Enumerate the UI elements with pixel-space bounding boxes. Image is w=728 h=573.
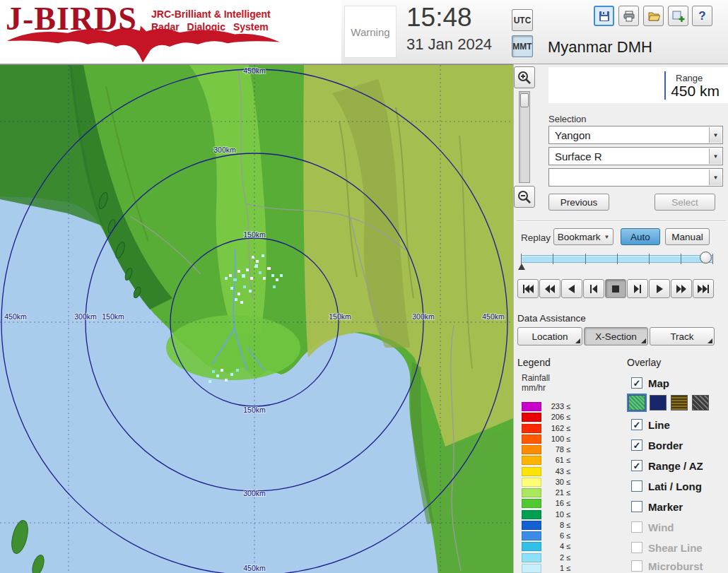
microburst-checkbox (631, 560, 642, 572)
xsection-button-label: X-Section (595, 331, 637, 342)
legend-lte: ≤ (566, 553, 570, 562)
open-folder-button[interactable] (643, 6, 664, 26)
legend-lte: ≤ (566, 542, 570, 550)
help-button[interactable]: ? (692, 6, 712, 26)
zoom-out-button[interactable] (514, 186, 535, 208)
play-forward-button[interactable] (649, 279, 670, 298)
legend-row: 1≤ (522, 563, 570, 573)
slider-tick (585, 254, 586, 264)
warning-indicator[interactable]: Warning (344, 6, 397, 58)
fast-rewind-icon (544, 284, 556, 294)
zoom-slider-thumb[interactable] (520, 93, 529, 107)
range-display: Range 450 km (548, 67, 728, 103)
chevron-down-icon[interactable]: ▼ (709, 170, 722, 185)
map-style-swatch-gray[interactable] (692, 395, 709, 410)
product-dropdown[interactable]: Surface R ▼ (548, 147, 723, 165)
overlay-item-map[interactable]: Map (631, 376, 669, 390)
xsection-button[interactable]: X-Section (584, 327, 648, 345)
legend-row: 4≤ (522, 541, 570, 551)
range-ring-label: 300km (74, 312, 97, 321)
save-icon (598, 10, 611, 23)
range-ring-label: 300km (213, 146, 236, 154)
step-back-button[interactable] (583, 279, 604, 298)
select-button[interactable]: Select (654, 194, 715, 211)
overlay-item-border[interactable]: Border (631, 438, 683, 452)
corner-handle-icon (575, 338, 580, 343)
legend-row: 8≤ (522, 520, 570, 530)
step-back-icon (587, 284, 600, 294)
export-button[interactable] (668, 6, 688, 26)
overlay-item-label: Line (648, 419, 670, 431)
chevron-down-icon[interactable]: ▼ (709, 127, 722, 143)
warning-label: Warning (351, 26, 389, 38)
corner-handle-icon (641, 338, 646, 343)
legend-value: 16 (541, 499, 564, 507)
legend-value: 6 (541, 531, 564, 540)
print-button[interactable] (618, 6, 639, 26)
legend-value: 4 (541, 542, 564, 550)
marker-checkbox[interactable] (631, 501, 642, 512)
map-style-swatch-olive[interactable] (671, 395, 688, 410)
location-button[interactable]: Location (517, 327, 582, 345)
legend-lte: ≤ (566, 521, 570, 529)
overlay-item-shear-line: Shear Line (631, 540, 703, 555)
legend-row: 6≤ (522, 531, 570, 540)
map-style-swatch-navy[interactable] (650, 395, 667, 410)
legend-lte: ≤ (566, 413, 570, 421)
print-icon (623, 10, 635, 23)
skip-to-start-button[interactable] (517, 279, 539, 298)
chevron-down-icon[interactable]: ▼ (709, 148, 722, 164)
zoom-in-button[interactable] (514, 66, 535, 88)
app-tagline-line2: Radar Dialogic System (151, 21, 269, 33)
range-ring-label: 450km (4, 312, 27, 321)
manual-button[interactable]: Manual (665, 228, 710, 245)
radar-map[interactable]: 450km 300km 150km 150km 300km 450km 450k… (0, 64, 513, 573)
map-checkbox[interactable] (631, 377, 642, 389)
legend-row: 43≤ (522, 466, 570, 476)
separator (517, 220, 726, 222)
line-checkbox[interactable] (631, 419, 642, 430)
legend-lte: ≤ (566, 564, 570, 572)
overlay-item-range-az[interactable]: Range / AZ (631, 459, 703, 473)
step-forward-button[interactable] (627, 279, 648, 298)
skip-to-end-button[interactable] (693, 279, 714, 298)
logo-area: J-BIRDS JRC-Brilliant & Intelligent Rada… (0, 0, 341, 64)
overlay-item-lati-long[interactable]: Lati / Long (631, 479, 702, 493)
export-icon (672, 10, 685, 23)
fast-rewind-button[interactable] (539, 279, 560, 298)
range-az-checkbox[interactable] (631, 460, 642, 471)
track-button-label: Track (670, 331, 693, 342)
legend-row: 162≤ (522, 423, 570, 433)
fast-forward-button[interactable] (671, 279, 692, 298)
legend-row: 233≤ (522, 401, 570, 411)
previous-button[interactable]: Previous (548, 194, 609, 211)
replay-slider-thumb[interactable] (700, 252, 712, 264)
overlay-item-line[interactable]: Line (631, 418, 670, 432)
shear-line-checkbox (631, 542, 642, 553)
utc-button[interactable]: UTC (512, 9, 533, 31)
lati-long-checkbox[interactable] (631, 480, 642, 492)
site-dropdown[interactable]: Yangon ▼ (548, 126, 723, 144)
extra-dropdown[interactable]: ▼ (548, 168, 723, 187)
play-reverse-button[interactable] (561, 279, 582, 298)
legend-row: 10≤ (522, 509, 570, 519)
overlay-item-microburst: Microburst (631, 559, 703, 573)
bookmark-button[interactable]: Bookmark ▼ (553, 228, 613, 245)
legend-color-swatch (522, 553, 541, 562)
mmt-button[interactable]: MMT (512, 35, 533, 57)
overlay-item-marker[interactable]: Marker (631, 500, 683, 514)
track-button[interactable]: Track (650, 327, 715, 345)
zoom-slider-track[interactable] (519, 91, 530, 183)
map-style-swatch-green[interactable] (628, 395, 645, 410)
overlay-item-label: Shear Line (648, 542, 703, 554)
auto-button[interactable]: Auto (621, 228, 660, 245)
save-button[interactable] (594, 6, 614, 26)
border-checkbox[interactable] (631, 439, 642, 451)
slider-tick (649, 254, 650, 264)
legend-row: 78≤ (522, 444, 570, 454)
overlay-item-label: Marker (648, 501, 683, 513)
stop-button[interactable] (605, 279, 626, 298)
overlay-label: Overlay (627, 357, 661, 368)
skip-to-end-icon (697, 284, 710, 294)
legend-lte: ≤ (566, 402, 570, 410)
